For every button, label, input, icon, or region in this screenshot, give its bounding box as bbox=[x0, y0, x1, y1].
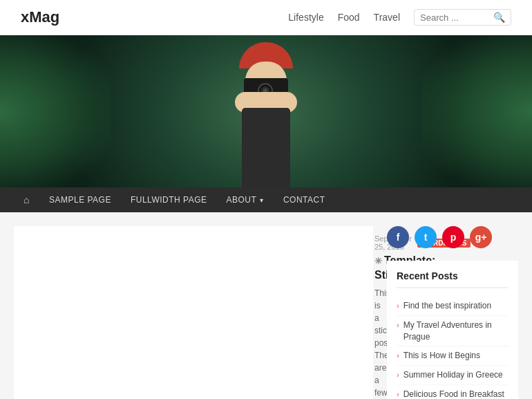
nav-fullwidth-page[interactable]: FULLWIDTH PAGE bbox=[121, 188, 217, 212]
chevron-down-icon: ▾ bbox=[260, 196, 264, 204]
search-box[interactable]: 🔍 bbox=[414, 9, 511, 26]
sidebar: f t p g+ Recent Posts › Find the best in… bbox=[387, 226, 518, 399]
nav-contact[interactable]: CONTACT bbox=[274, 188, 335, 212]
nav-food[interactable]: Food bbox=[338, 12, 360, 23]
main-container: September 25, 2013 WORDPRESS ✳Template: … bbox=[0, 212, 532, 399]
nav-sample-page[interactable]: SAMPLE PAGE bbox=[39, 188, 121, 212]
recent-post-item[interactable]: › My Travel Adventures in Prague bbox=[397, 316, 509, 347]
recent-posts-title: Recent Posts bbox=[397, 270, 509, 288]
recent-post-item[interactable]: › This is How it Begins bbox=[397, 346, 509, 366]
hero-banner bbox=[0, 35, 532, 187]
googleplus-button[interactable]: g+ bbox=[470, 226, 492, 248]
body-torso bbox=[242, 108, 290, 187]
chevron-right-icon: › bbox=[397, 301, 399, 311]
logo: xMag bbox=[21, 8, 59, 26]
chevron-right-icon: › bbox=[397, 389, 399, 399]
chevron-right-icon: › bbox=[397, 370, 399, 380]
nav-lifestyle[interactable]: Lifestyle bbox=[288, 12, 323, 23]
search-input[interactable] bbox=[420, 12, 489, 23]
article-card: September 25, 2013 WORDPRESS ✳Template: … bbox=[14, 226, 373, 399]
recent-post-item[interactable]: › Delicious Food in Breakfast bbox=[397, 385, 509, 399]
foliage-right bbox=[421, 35, 532, 187]
recent-post-item[interactable]: › Summer Holiday in Greece bbox=[397, 366, 509, 385]
nav-home[interactable]: ⌂ bbox=[14, 187, 39, 212]
header: xMag Lifestyle Food Travel 🔍 bbox=[0, 0, 532, 35]
chevron-right-icon: › bbox=[397, 320, 399, 331]
social-buttons: f t p g+ bbox=[387, 226, 518, 248]
foliage-left bbox=[0, 35, 111, 187]
nav-about[interactable]: ABOUT ▾ bbox=[217, 188, 274, 212]
twitter-button[interactable]: t bbox=[415, 226, 437, 248]
nav-travel[interactable]: Travel bbox=[374, 12, 400, 23]
facebook-button[interactable]: f bbox=[387, 226, 409, 248]
search-icon[interactable]: 🔍 bbox=[493, 12, 505, 23]
chevron-right-icon: › bbox=[397, 351, 399, 361]
secondary-nav: ⌂ SAMPLE PAGE FULLWIDTH PAGE ABOUT ▾ CON… bbox=[0, 187, 532, 212]
home-icon: ⌂ bbox=[23, 194, 30, 205]
recent-post-item[interactable]: › Find the best inspiration bbox=[397, 297, 509, 316]
pin-icon: ✳ bbox=[374, 256, 382, 266]
recent-posts-section: Recent Posts › Find the best inspiration… bbox=[387, 261, 518, 399]
hero-figure bbox=[197, 42, 335, 187]
pinterest-button[interactable]: p bbox=[442, 226, 464, 248]
main-nav: Lifestyle Food Travel 🔍 bbox=[288, 9, 511, 26]
content-area: September 25, 2013 WORDPRESS ✳Template: … bbox=[14, 226, 373, 399]
